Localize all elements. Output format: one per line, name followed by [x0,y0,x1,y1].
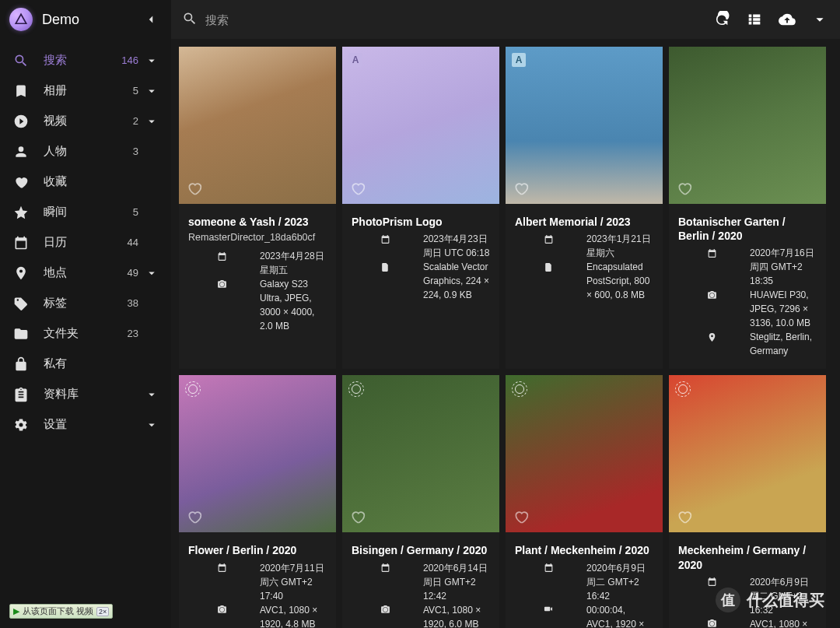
lock-icon [12,356,30,373]
expand-icon[interactable] [143,418,160,432]
thumbnail[interactable] [342,375,499,532]
sidebar-collapse-button[interactable] [140,9,162,30]
main-content[interactable]: someone & Yash / 2023RemasterDirector_18… [171,39,840,628]
nav-item-lock[interactable]: 私有 [0,349,171,379]
photo-title: Botanischer Garten / Berlin / 2020 [678,215,817,243]
photo-card[interactable]: Flower / Berlin / 20202020年7月11日周六 GMT+2… [179,375,336,628]
caption: someone & Yash / 2023RemasterDirector_18… [179,204,336,344]
meta-date: 2023年4月28日星期五 [188,249,327,277]
sidebar: Demo 搜索146相册5视频2人物3收藏瞬间5日历44地点49标签38文件夹2… [0,0,171,628]
folder-icon [12,325,30,342]
photo-title: Albert Memorial / 2023 [515,215,653,229]
nav-label: 设置 [44,417,67,432]
nav-item-bookmark[interactable]: 相册5 [0,75,171,106]
type-badge: A [348,53,362,67]
raw-badge [675,381,691,397]
nav-item-person[interactable]: 人物3 [0,136,171,167]
cam-icon [188,279,255,289]
photo-card[interactable]: APhotoPrism Logo2023年4月23日周日 UTC 06:18Sc… [342,47,499,369]
expand-icon[interactable] [143,266,160,280]
favorite-icon[interactable] [513,181,529,196]
nav-item-clipboard[interactable]: 资料库 [0,379,171,409]
nav-count: 44 [121,237,138,248]
caption: Bisingen / Germany / 20202020年6月14日周日 GM… [342,532,499,628]
thumbnail[interactable]: A [506,47,663,204]
photo-title: Meckenheim / Germany / 2020 [678,543,817,571]
nav-item-calendar[interactable]: 日历44 [0,227,171,258]
favorite-icon[interactable] [677,181,692,196]
thumbnail[interactable] [506,375,663,532]
search-input[interactable] [205,13,703,26]
photo-card[interactable]: someone & Yash / 2023RemasterDirector_18… [179,47,336,369]
photo-title: Plant / Meckenheim / 2020 [515,543,653,557]
download-widget-badge: 2× [96,607,109,616]
nav-item-gear[interactable]: 设置 [0,409,171,440]
meta-date: 2020年7月16日周四 GMT+2 18:35 [678,246,817,288]
favorite-icon[interactable] [350,509,366,525]
favorite-icon[interactable] [350,181,366,196]
nav-item-pin[interactable]: 地点49 [0,258,171,288]
expand-icon[interactable] [143,388,160,402]
nav-count: 3 [121,146,138,157]
photo-card[interactable]: AAlbert Memorial / 20232023年1月21日星期六Enca… [506,47,663,369]
cam-icon [678,619,745,628]
nav-item-play-circle[interactable]: 视频2 [0,106,171,136]
meta-date: 2023年1月21日星期六 [515,232,653,260]
favorite-icon[interactable] [187,181,202,196]
download-widget[interactable]: ▶ 从该页面下载 视频 2× [9,604,113,619]
nav-label: 标签 [44,296,67,310]
nav-item-star[interactable]: 瞬间5 [0,197,171,227]
expand-icon[interactable] [143,54,160,68]
meta-camera: HUAWEI P30, JPEG, 7296 × 3136, 10.0 MB [678,288,817,330]
thumbnail[interactable] [669,47,826,204]
meta-date: 2020年6月9日周二 GMT+2 16:32 [678,575,817,617]
raw-badge [185,381,201,397]
type-badge: A [512,53,526,67]
favorite-icon[interactable] [677,509,692,525]
app-logo[interactable] [9,8,33,31]
expand-icon[interactable] [143,84,160,98]
nav-item-tag[interactable]: 标签38 [0,288,171,318]
calendar-icon [515,233,582,244]
thumbnail[interactable] [179,47,336,204]
file-icon [515,261,582,272]
thumbnail[interactable] [669,375,826,532]
cam-icon [352,605,418,616]
raw-badge [348,381,364,397]
nav-item-search[interactable]: 搜索146 [0,45,171,75]
nav-label: 日历 [44,235,67,250]
caption: Flower / Berlin / 20202020年7月11日周六 GMT+2… [179,532,336,628]
heart-icon [12,174,30,191]
view-list-button[interactable] [745,10,764,29]
thumbnail[interactable]: A [342,47,499,204]
photo-title: PhotoPrism Logo [352,215,490,229]
nav-item-heart[interactable]: 收藏 [0,167,171,197]
nav-item-folder[interactable]: 文件夹23 [0,318,171,349]
caption: Botanischer Garten / Berlin / 20202020年7… [669,204,826,369]
nav-label: 资料库 [44,387,79,402]
calendar-icon [515,563,582,574]
upload-button[interactable] [778,10,796,29]
nav-count: 23 [121,328,138,339]
favorite-icon[interactable] [513,509,529,525]
nav-label: 地点 [44,265,67,280]
person-icon [12,143,30,160]
calendar-icon [188,563,255,574]
photo-card[interactable]: Plant / Meckenheim / 20202020年6月9日周二 GMT… [506,375,663,628]
nav-label: 搜索 [44,53,67,68]
sidebar-header: Demo [0,0,171,39]
nav-count: 5 [121,206,138,218]
photo-card[interactable]: Bisingen / Germany / 20202020年6月14日周日 GM… [342,375,499,628]
refresh-button[interactable] [712,10,731,29]
pin-icon [12,265,30,282]
expand-icon[interactable] [143,114,160,128]
thumbnail[interactable] [179,375,336,532]
photo-card[interactable]: Meckenheim / Germany / 20202020年6月9日周二 G… [669,375,826,628]
expand-more-button[interactable] [810,10,829,29]
cam-icon [678,289,745,300]
topbar-actions [712,10,829,29]
photo-card[interactable]: Botanischer Garten / Berlin / 20202020年7… [669,47,826,369]
favorite-icon[interactable] [187,509,202,525]
photo-title: Bisingen / Germany / 2020 [352,543,490,557]
photo-title: Flower / Berlin / 2020 [188,543,327,557]
